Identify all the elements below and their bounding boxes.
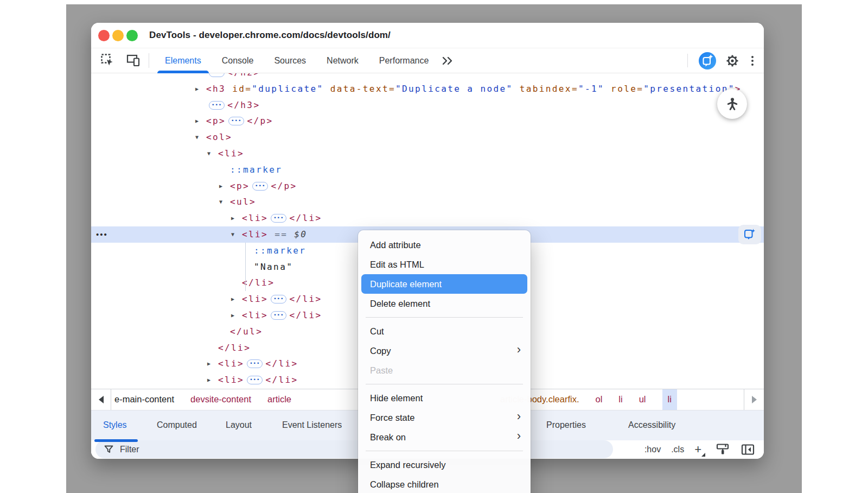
dom-row[interactable]: ▶<h3 id="duplicate" data-text="Duplicate… (91, 81, 764, 97)
menu-item-duplicate-element[interactable]: Duplicate element (361, 274, 527, 294)
dom-row[interactable]: ▼<ol> (91, 129, 764, 146)
menu-item-label: Cut (370, 326, 384, 337)
menu-item-delete-element[interactable]: Delete element (361, 294, 527, 313)
sidebar-tab-styles[interactable]: Styles (103, 410, 127, 440)
breadcrumb-item-ul[interactable]: ul (639, 394, 646, 404)
sidebar-tab-label: Accessibility (628, 420, 675, 430)
menu-item-label: Break on (370, 432, 406, 443)
sidebar-tab-accessibility[interactable]: Accessibility (628, 410, 675, 440)
dom-row[interactable]: ▶<p>•••</p> (91, 113, 764, 129)
menu-item-cut[interactable]: Cut (361, 321, 527, 341)
device-toolbar-icon[interactable] (126, 54, 141, 67)
breadcrumb-scroll-left-button[interactable] (91, 389, 111, 410)
sidebar-tab-event-listeners[interactable]: Event Listeners (282, 410, 342, 440)
more-tabs-icon[interactable] (441, 55, 455, 67)
code-token-attr: role= (604, 84, 643, 94)
breadcrumb-item-ol[interactable]: ol (595, 394, 602, 404)
breadcrumb-item-devsite-content[interactable]: devsite-content (190, 394, 251, 404)
toggle-classes-button[interactable]: .cls (671, 445, 684, 454)
brush-icon[interactable] (716, 443, 730, 456)
collapsed-content-ellipsis-button[interactable]: ••• (271, 311, 286, 320)
tab-elements[interactable]: Elements (155, 48, 212, 73)
ask-ai-row-button[interactable] (738, 225, 761, 244)
breadcrumb-item-e-main-content[interactable]: e-main-content (114, 394, 174, 404)
expand-arrow-right-icon[interactable]: ▶ (231, 210, 242, 226)
accessibility-shortcut-button[interactable] (717, 89, 747, 119)
sidebar-tab-properties[interactable]: Properties (546, 410, 586, 440)
breadcrumb-item-li[interactable]: li (618, 394, 622, 404)
menu-item-copy[interactable]: Copy› (361, 341, 527, 361)
collapsed-content-ellipsis-button[interactable]: ••• (228, 117, 244, 125)
code-token-attr: tabindex= (513, 84, 578, 94)
code-token-attr: id= (226, 84, 252, 94)
menu-item-label: Expand recursively (370, 460, 445, 470)
code-token-tag: </h3> (227, 100, 260, 110)
code-token-val: "Duplicate a node" (395, 84, 513, 94)
expand-arrow-right-icon[interactable]: ▶ (231, 291, 242, 307)
code-token-tag: <li> (242, 213, 268, 223)
chevron-right-icon (752, 396, 757, 403)
minimize-button[interactable] (112, 30, 124, 41)
row-options-dots[interactable]: ••• (96, 226, 108, 243)
expand-arrow-right-icon[interactable]: ▶ (207, 356, 218, 372)
tab-performance[interactable]: Performance (369, 48, 439, 73)
breadcrumb-scroll-right-button[interactable] (744, 389, 764, 410)
collapsed-content-ellipsis-button[interactable]: ••• (247, 359, 263, 368)
expand-arrow-right-icon[interactable]: ▶ (219, 178, 230, 194)
menu-item-add-attribute[interactable]: Add attribute (361, 235, 527, 255)
sidebar-tab-layout[interactable]: Layout (226, 410, 252, 440)
menu-item-collapse-children[interactable]: Collapse children (361, 475, 527, 493)
dom-row[interactable]: ▶<li>•••</li> (91, 210, 764, 226)
collapsed-content-ellipsis-button[interactable]: ••• (271, 295, 286, 304)
close-button[interactable] (98, 30, 110, 41)
code-token-tag: <li> (218, 375, 244, 385)
menu-item-edit-as-html[interactable]: Edit as HTML (361, 255, 527, 274)
menu-item-label: Hide element (370, 393, 423, 403)
ai-assistant-icon[interactable] (698, 52, 717, 70)
dom-row[interactable]: ▼<li> (91, 146, 764, 162)
tab-sources[interactable]: Sources (264, 48, 316, 73)
dom-row[interactable]: •••</h3> (91, 97, 764, 113)
collapsed-content-ellipsis-button[interactable]: ••• (271, 214, 286, 223)
expand-arrow-down-icon[interactable]: ▼ (231, 226, 242, 243)
expand-arrow-right-icon[interactable]: ▶ (231, 307, 242, 324)
expand-arrow-right-icon[interactable]: ▶ (207, 372, 218, 388)
dom-row[interactable]: ▶<p>•••</p> (91, 178, 764, 194)
toggle-hover-state-button[interactable]: :hov (644, 445, 661, 454)
menu-item-expand-recursively[interactable]: Expand recursively (361, 455, 527, 475)
expand-arrow-right-icon[interactable]: ▶ (195, 113, 206, 129)
tab-network[interactable]: Network (316, 48, 369, 73)
breadcrumb-item-li[interactable]: li (662, 389, 677, 410)
dom-row[interactable]: ::marker (91, 162, 764, 178)
code-token-tag: </li> (265, 358, 298, 369)
kebab-menu-icon[interactable] (748, 55, 757, 67)
collapsed-content-ellipsis-button[interactable]: ••• (209, 101, 225, 110)
context-menu: Add attributeEdit as HTMLDuplicate eleme… (358, 230, 531, 493)
collapsed-content-ellipsis-button[interactable]: ••• (247, 376, 263, 384)
collapsed-content-ellipsis-button[interactable]: ••• (252, 182, 268, 191)
dom-row[interactable]: ▼<ul> (91, 194, 764, 210)
sidebar-toggle-icon[interactable] (741, 443, 755, 456)
gear-icon[interactable] (725, 53, 740, 68)
expand-arrow-right-icon[interactable]: ▶ (195, 81, 206, 97)
expand-arrow-down-icon[interactable]: ▼ (207, 146, 218, 162)
menu-separator (366, 317, 523, 318)
indent-guide-line (245, 243, 246, 291)
tab-console[interactable]: Console (212, 48, 264, 73)
tab-label: Network (327, 56, 359, 66)
zoom-button[interactable] (126, 30, 138, 41)
sidebar-tab-computed[interactable]: Computed (157, 410, 197, 440)
collapsed-content-ellipsis-button[interactable]: ••• (209, 73, 225, 77)
menu-item-break-on[interactable]: Break on› (361, 427, 527, 447)
code-token-attr: data-text= (324, 84, 395, 94)
dom-row[interactable]: •••</h2> (91, 73, 764, 81)
menu-item-force-state[interactable]: Force state› (361, 408, 527, 427)
filter-input[interactable]: Filter (95, 440, 613, 458)
menu-item-hide-element[interactable]: Hide element (361, 388, 527, 408)
inspect-cursor-icon[interactable] (100, 53, 115, 68)
expand-arrow-down-icon[interactable]: ▼ (219, 194, 230, 210)
accessibility-person-icon (725, 97, 740, 112)
breadcrumb-item-article[interactable]: article (267, 394, 291, 404)
expand-arrow-down-icon[interactable]: ▼ (195, 129, 206, 146)
new-style-rule-button[interactable]: + (694, 444, 705, 456)
